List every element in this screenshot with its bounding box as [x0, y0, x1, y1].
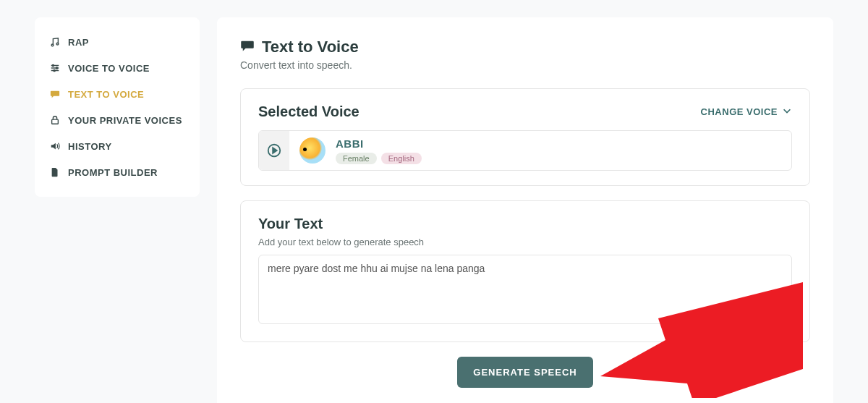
volume-icon — [49, 140, 61, 152]
generate-speech-button[interactable]: GENERATE SPEECH — [457, 357, 592, 388]
change-voice-label: CHANGE VOICE — [701, 106, 778, 117]
sliders-icon — [49, 62, 61, 74]
page-title: Text to Voice — [262, 38, 359, 56]
voice-name: ABBI — [336, 137, 422, 150]
music-icon — [49, 36, 61, 48]
sidebar-item-label: TEXT TO VOICE — [68, 89, 144, 100]
sidebar-item-text-to-voice[interactable]: TEXT TO VOICE — [35, 81, 200, 107]
svg-rect-5 — [52, 119, 59, 124]
change-voice-button[interactable]: CHANGE VOICE — [701, 106, 792, 118]
sidebar-item-prompt-builder[interactable]: PROMPT BUILDER — [35, 159, 200, 185]
main-panel: Text to Voice Convert text into speech. … — [217, 17, 833, 403]
sidebar-item-private-voices[interactable]: YOUR PRIVATE VOICES — [35, 107, 200, 133]
svg-point-0 — [51, 44, 54, 46]
svg-point-1 — [56, 43, 59, 45]
sidebar-item-history[interactable]: HISTORY — [35, 133, 200, 159]
your-text-help: Add your text below to generate speech — [258, 237, 792, 247]
sidebar-item-label: VOICE TO VOICE — [68, 63, 150, 74]
tag-gender: Female — [336, 153, 377, 164]
your-text-card: Your Text Add your text below to generat… — [240, 200, 810, 342]
sidebar-item-label: HISTORY — [68, 141, 112, 152]
text-input[interactable] — [258, 255, 792, 324]
tag-language: English — [381, 153, 422, 164]
chat-icon — [240, 38, 255, 56]
sidebar-item-label: RAP — [68, 37, 89, 48]
lock-icon — [49, 114, 61, 126]
selected-voice-title: Selected Voice — [258, 103, 359, 120]
svg-point-4 — [54, 69, 55, 71]
sidebar-item-label: PROMPT BUILDER — [68, 167, 158, 178]
sidebar-item-rap[interactable]: RAP — [35, 29, 200, 55]
sidebar: RAP VOICE TO VOICE TEXT TO VOICE YOUR PR… — [35, 17, 200, 197]
avatar — [299, 137, 326, 164]
your-text-title: Your Text — [258, 216, 792, 232]
sidebar-item-voice-to-voice[interactable]: VOICE TO VOICE — [35, 55, 200, 81]
play-button[interactable] — [259, 131, 289, 170]
voice-row: ABBI Female English — [258, 130, 792, 171]
sidebar-item-label: YOUR PRIVATE VOICES — [68, 115, 182, 126]
selected-voice-card: Selected Voice CHANGE VOICE ABBI Female — [240, 88, 810, 186]
chat-icon — [49, 88, 61, 100]
svg-point-2 — [52, 64, 54, 66]
chevron-down-icon — [782, 106, 792, 118]
page-subtitle: Convert text into speech. — [240, 59, 810, 71]
svg-point-3 — [56, 67, 57, 69]
file-icon — [49, 166, 61, 178]
